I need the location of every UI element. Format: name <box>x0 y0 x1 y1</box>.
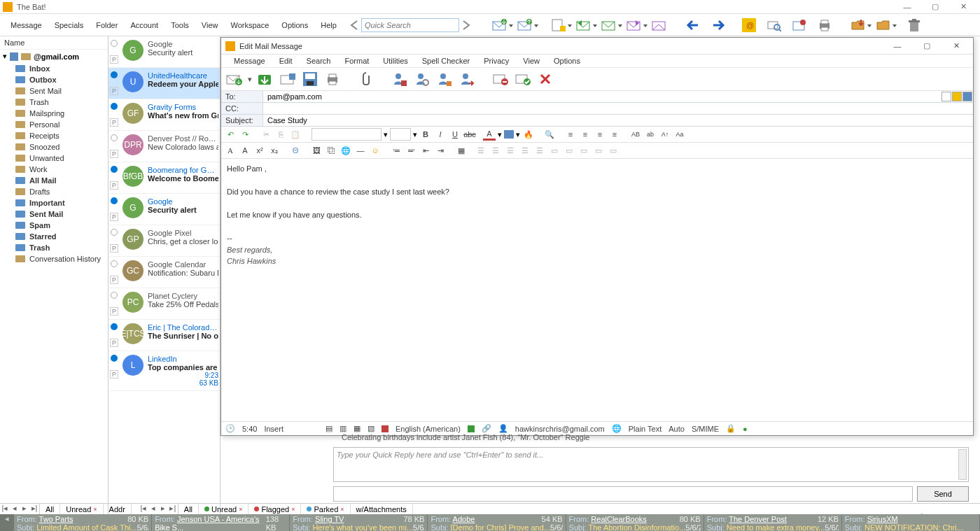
menu-help[interactable]: Help <box>314 14 343 36</box>
folder-item[interactable]: Sent Mail <box>0 85 108 97</box>
text-color-dd[interactable]: ▾ <box>498 130 502 139</box>
task-item[interactable]: From: Sling TV78 KB Subj: Here's what yo… <box>290 514 428 531</box>
menu-options[interactable]: Options <box>275 14 314 36</box>
task-item[interactable]: From: Jenson USA - America's Bike S...13… <box>152 514 290 531</box>
message-row[interactable]: P E|TCS Eric | The Colorado Sun The Sunr… <box>108 320 220 351</box>
folder-item[interactable]: Receipts <box>0 130 108 141</box>
new-message-icon[interactable] <box>550 16 568 34</box>
message-row[interactable]: P GC Google Calendar Notification: Subar… <box>108 257 220 288</box>
search-input[interactable] <box>361 18 459 32</box>
send-button[interactable]: Send <box>917 486 969 502</box>
folder-item[interactable]: Mailspring <box>0 108 108 119</box>
contact-out-icon[interactable] <box>458 70 476 88</box>
tab-nav-left[interactable]: |◂◂▸▸| <box>0 504 40 514</box>
t10-icon[interactable]: ▭ <box>607 144 620 157</box>
contact-lock-icon[interactable] <box>435 70 454 88</box>
nav-next-icon[interactable] <box>459 17 473 34</box>
address-book-icon[interactable]: @ <box>740 16 758 34</box>
message-row[interactable]: P GF Gravity Forms What's new from Gravi… <box>108 99 220 131</box>
message-row[interactable]: P PC Planet Cyclery Take 25% Off Pedals! <box>108 288 220 320</box>
t6-icon[interactable]: ▭ <box>548 144 561 157</box>
task-item[interactable]: From: Two Parts80 KB Subj: Limited Amoun… <box>14 514 152 531</box>
highlight-icon[interactable] <box>504 130 514 139</box>
folder-item[interactable]: Spam <box>0 220 108 231</box>
font-dropdown-icon[interactable]: ▾ <box>384 130 388 139</box>
resend-icon[interactable] <box>650 16 668 34</box>
t3-icon[interactable]: ☰ <box>504 144 517 157</box>
message-row[interactable]: P G Google Security alert <box>108 194 220 225</box>
number-list-icon[interactable]: ≕ <box>405 144 417 157</box>
compose-menu-spell-checker[interactable]: Spell Checker <box>415 57 477 65</box>
message-row[interactable]: P G Google Security alert <box>108 36 220 68</box>
font-dec-icon[interactable]: Aa <box>673 128 686 141</box>
cc-field[interactable] <box>263 103 973 114</box>
hr-icon[interactable]: — <box>354 144 367 157</box>
compose-menu-options[interactable]: Options <box>547 57 587 65</box>
message-row[interactable]: P L LinkedIn Top companies are hiring 9:… <box>108 351 220 391</box>
tab-unread[interactable]: Unread × <box>199 504 248 514</box>
align-justify-icon[interactable]: ≡ <box>608 128 621 141</box>
font-select[interactable] <box>312 128 382 141</box>
reply-all-icon[interactable] <box>600 16 618 34</box>
cut-icon[interactable]: ✂ <box>260 128 272 141</box>
send-now-icon[interactable] <box>225 70 244 88</box>
task-item[interactable]: From: RealClearBooks80 KB Subj: The Abor… <box>566 514 704 531</box>
t9-icon[interactable]: ▭ <box>592 144 605 157</box>
folder-item[interactable]: Trash <box>0 97 108 108</box>
trash-icon[interactable] <box>905 16 923 34</box>
print-compose-icon[interactable] <box>323 70 342 88</box>
arrow-right-icon[interactable] <box>709 16 727 34</box>
paste-icon[interactable]: 📋 <box>289 128 302 141</box>
message-row[interactable]: P DPR Denver Post // Roundup New Colorad… <box>108 131 220 162</box>
save-draft-icon[interactable] <box>279 70 297 88</box>
table-icon[interactable]: ▦ <box>455 144 468 157</box>
menu-message[interactable]: Message <box>4 14 48 36</box>
message-row[interactable]: P BfGB Boomerang for Gmail (B Welcome to… <box>108 162 220 194</box>
scrollbar[interactable] <box>958 449 967 480</box>
dropdown-icon[interactable]: ▾ <box>248 75 252 84</box>
compose-close[interactable]: ✕ <box>944 41 969 50</box>
to-field[interactable]: pam@pam.com <box>263 91 941 102</box>
compose-maximize[interactable]: ▢ <box>914 41 939 50</box>
subscript-icon[interactable]: x₂ <box>268 144 281 157</box>
menu-view[interactable]: View <box>195 14 225 36</box>
folder-item[interactable]: Unwanted <box>0 153 108 164</box>
send-mail-icon[interactable] <box>516 16 534 34</box>
folder-item[interactable]: Work <box>0 164 108 175</box>
bold-button[interactable]: B <box>419 128 432 141</box>
nav-prev-icon[interactable] <box>347 17 361 34</box>
menu-tools[interactable]: Tools <box>164 14 195 36</box>
outdent-icon[interactable]: ⇤ <box>419 144 432 157</box>
confirm-off-icon[interactable] <box>491 70 510 88</box>
folder-item[interactable]: Drafts <box>0 186 108 197</box>
contact-from-icon[interactable] <box>391 70 409 88</box>
compose-menu-privacy[interactable]: Privacy <box>477 57 516 65</box>
superscript-icon[interactable]: x² <box>253 144 266 157</box>
clear-format-icon[interactable]: 🔥 <box>522 128 535 141</box>
align-center-icon[interactable]: ≡ <box>579 128 592 141</box>
redo-icon[interactable]: ↷ <box>239 128 251 141</box>
attach-icon[interactable] <box>357 70 375 88</box>
find-icon[interactable] <box>765 16 783 34</box>
tab-w-attachments[interactable]: w/Attachments <box>351 504 413 514</box>
reply-icon[interactable] <box>575 16 593 34</box>
zoom-icon[interactable]: 🔍 <box>543 128 556 141</box>
tab-unread[interactable]: Unread × <box>60 504 103 514</box>
folder-item[interactable]: Personal <box>0 119 108 130</box>
save-icon[interactable] <box>301 70 319 88</box>
maximize-button[interactable]: ▢ <box>921 1 949 13</box>
menu-folder[interactable]: Folder <box>90 14 124 36</box>
t4-icon[interactable]: ☰ <box>519 144 531 157</box>
font-sans-icon[interactable]: A <box>239 144 251 157</box>
t8-icon[interactable]: ▭ <box>578 144 590 157</box>
compose-menu-view[interactable]: View <box>516 57 547 65</box>
tab-all[interactable]: All <box>178 504 199 514</box>
smallcaps-button[interactable]: AB <box>629 128 642 141</box>
minimize-button[interactable]: — <box>893 1 921 13</box>
folder-item[interactable]: Starred <box>0 231 108 242</box>
align-right-icon[interactable]: ≡ <box>594 128 606 141</box>
reply-combo[interactable] <box>333 486 913 502</box>
compose-menu-search[interactable]: Search <box>300 57 338 65</box>
emoji-icon[interactable]: ☺ <box>369 144 382 157</box>
spell-off-icon[interactable] <box>382 425 388 432</box>
